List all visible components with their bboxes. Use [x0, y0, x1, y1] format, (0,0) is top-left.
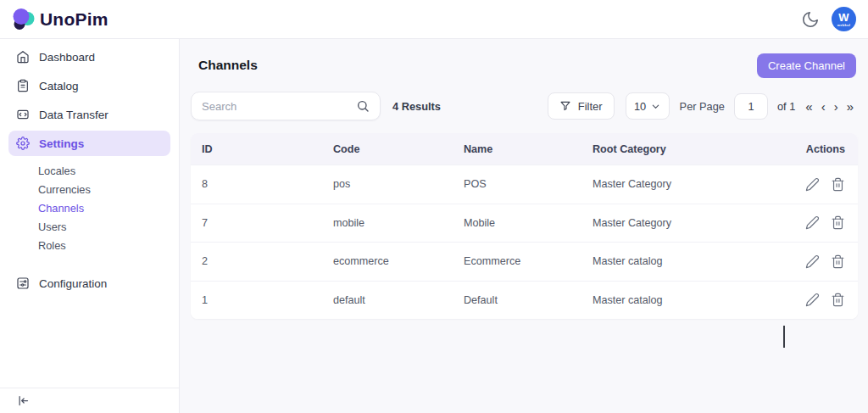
table-row: 8 pos POS Master Category	[191, 165, 858, 204]
cell-root-category: Master catalog	[581, 294, 780, 306]
subnav-label: Roles	[38, 239, 66, 252]
subnav-label: Channels	[38, 202, 84, 215]
text-cursor	[783, 326, 785, 348]
column-header-name: Name	[453, 143, 581, 155]
cell-id: 8	[191, 178, 322, 190]
top-bar: UnoPim W webkul	[0, 0, 868, 39]
cell-root-category: Master catalog	[581, 255, 780, 267]
search-box	[191, 92, 381, 120]
home-icon	[16, 50, 30, 64]
edit-icon[interactable]	[805, 215, 820, 230]
delete-icon[interactable]	[831, 177, 845, 192]
search-input[interactable]	[202, 100, 356, 113]
subnav-label: Currencies	[38, 183, 91, 196]
column-header-code: Code	[322, 143, 453, 155]
dark-mode-toggle-icon[interactable]	[801, 10, 820, 29]
brand-logo-icon	[12, 8, 35, 31]
sidebar-item-data-transfer[interactable]: Data Transfer	[0, 100, 179, 129]
cell-id: 7	[191, 217, 322, 229]
sidebar-item-catalog[interactable]: Catalog	[0, 71, 179, 100]
cell-id: 2	[191, 255, 322, 267]
column-header-root-category: Root Category	[581, 143, 780, 155]
transfer-icon	[16, 108, 30, 121]
table-header-row: ID Code Name Root Category Actions	[191, 133, 858, 165]
delete-icon[interactable]	[831, 293, 845, 307]
next-page-button[interactable]: ›	[830, 100, 843, 113]
sidebar-item-dashboard[interactable]: Dashboard	[0, 42, 179, 71]
sidebar-item-currencies[interactable]: Currencies	[0, 180, 179, 198]
sidebar-footer	[0, 388, 179, 413]
subnav-label: Locales	[38, 165, 75, 177]
edit-icon[interactable]	[805, 254, 820, 269]
cell-name: POS	[453, 178, 581, 190]
sliders-icon	[16, 276, 30, 290]
sidebar-item-settings[interactable]: Settings	[8, 131, 170, 156]
avatar-initial: W	[838, 12, 849, 23]
cell-name: Ecommerce	[453, 255, 581, 267]
delete-icon[interactable]	[831, 254, 845, 269]
channels-table: ID Code Name Root Category Actions 8 pos…	[191, 133, 858, 319]
edit-icon[interactable]	[805, 293, 820, 307]
funnel-icon	[559, 100, 571, 112]
create-channel-button[interactable]: Create Channel	[757, 53, 856, 78]
edit-icon[interactable]	[805, 177, 820, 192]
table-row: 2 ecommerce Ecommerce Master catalog	[191, 242, 858, 281]
cell-root-category: Master Category	[581, 217, 780, 229]
last-page-button[interactable]: »	[843, 100, 858, 113]
subnav-label: Users	[38, 220, 66, 233]
page-number-input[interactable]	[734, 93, 768, 120]
sidebar-item-label: Settings	[39, 137, 84, 150]
datagrid-toolbar: 4 Results Filter 10 Per Page of 1 « ‹ ›	[191, 92, 858, 120]
page-title: Channels	[198, 58, 258, 73]
avatar-sub-label: webkul	[837, 24, 850, 27]
filter-label: Filter	[578, 100, 603, 113]
per-page-label: Per Page	[680, 100, 725, 113]
cell-code: ecommerce	[322, 255, 453, 267]
cell-code: default	[322, 294, 453, 306]
table-row: 1 default Default Master catalog	[191, 281, 858, 320]
results-count: 4 Results	[392, 100, 441, 113]
sidebar-item-label: Catalog	[39, 80, 79, 92]
pagination: « ‹ › »	[801, 100, 858, 113]
column-header-actions: Actions	[780, 143, 858, 155]
previous-page-button[interactable]: ‹	[817, 100, 830, 113]
cell-name: Default	[453, 294, 581, 306]
sidebar-item-locales[interactable]: Locales	[0, 161, 179, 180]
sidebar-item-channels[interactable]: Channels	[0, 198, 179, 217]
sidebar-item-roles[interactable]: Roles	[0, 236, 179, 254]
sidebar-item-label: Data Transfer	[39, 109, 108, 121]
cell-name: Mobile	[453, 217, 581, 229]
first-page-button[interactable]: «	[801, 100, 816, 113]
column-header-id: ID	[191, 143, 322, 155]
filter-button[interactable]: Filter	[548, 92, 615, 120]
cell-root-category: Master Category	[581, 178, 780, 190]
chevron-down-icon	[651, 102, 660, 111]
collapse-sidebar-icon[interactable]	[17, 394, 30, 407]
user-avatar[interactable]: W webkul	[832, 7, 856, 31]
sidebar-item-users[interactable]: Users	[0, 217, 179, 236]
sidebar-item-configuration[interactable]: Configuration	[0, 269, 179, 298]
brand-logo[interactable]: UnoPim	[12, 8, 108, 31]
page-total-label: of 1	[777, 100, 795, 113]
per-page-select[interactable]: 10	[626, 92, 670, 120]
cell-code: mobile	[322, 217, 453, 229]
brand-name: UnoPim	[40, 9, 108, 30]
table-row: 7 mobile Mobile Master Category	[191, 204, 858, 243]
main-content: Channels Create Channel 4 Results Filter…	[180, 39, 868, 413]
sidebar-item-label: Configuration	[39, 277, 107, 290]
sidebar-item-label: Dashboard	[39, 51, 95, 64]
sidebar: Dashboard Catalog Data Transfer	[0, 39, 180, 413]
cell-code: pos	[322, 178, 453, 190]
search-icon[interactable]	[356, 99, 370, 113]
per-page-value: 10	[634, 100, 646, 113]
clipboard-icon	[16, 79, 30, 92]
cell-id: 1	[191, 294, 322, 306]
gear-icon	[16, 137, 30, 150]
delete-icon[interactable]	[831, 215, 845, 230]
